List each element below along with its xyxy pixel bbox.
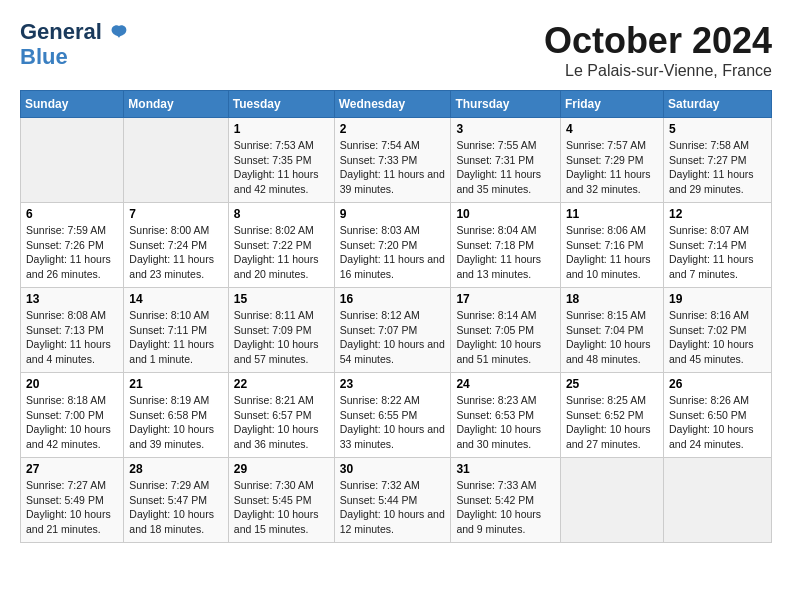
header-friday: Friday bbox=[560, 91, 663, 118]
day-info: Sunrise: 8:04 AM Sunset: 7:18 PM Dayligh… bbox=[456, 223, 555, 282]
day-number: 17 bbox=[456, 292, 555, 306]
calendar-cell: 5Sunrise: 7:58 AM Sunset: 7:27 PM Daylig… bbox=[663, 118, 771, 203]
day-number: 5 bbox=[669, 122, 766, 136]
calendar-cell bbox=[124, 118, 228, 203]
day-number: 10 bbox=[456, 207, 555, 221]
day-info: Sunrise: 8:25 AM Sunset: 6:52 PM Dayligh… bbox=[566, 393, 658, 452]
calendar-cell: 7Sunrise: 8:00 AM Sunset: 7:24 PM Daylig… bbox=[124, 203, 228, 288]
week-row-3: 13Sunrise: 8:08 AM Sunset: 7:13 PM Dayli… bbox=[21, 288, 772, 373]
day-number: 2 bbox=[340, 122, 446, 136]
calendar-cell: 13Sunrise: 8:08 AM Sunset: 7:13 PM Dayli… bbox=[21, 288, 124, 373]
day-number: 28 bbox=[129, 462, 222, 476]
day-info: Sunrise: 7:54 AM Sunset: 7:33 PM Dayligh… bbox=[340, 138, 446, 197]
day-info: Sunrise: 7:58 AM Sunset: 7:27 PM Dayligh… bbox=[669, 138, 766, 197]
logo: General Blue bbox=[20, 20, 130, 70]
calendar-cell bbox=[663, 458, 771, 543]
day-number: 20 bbox=[26, 377, 118, 391]
calendar-cell: 9Sunrise: 8:03 AM Sunset: 7:20 PM Daylig… bbox=[334, 203, 451, 288]
week-row-1: 1Sunrise: 7:53 AM Sunset: 7:35 PM Daylig… bbox=[21, 118, 772, 203]
day-info: Sunrise: 7:33 AM Sunset: 5:42 PM Dayligh… bbox=[456, 478, 555, 537]
day-info: Sunrise: 7:59 AM Sunset: 7:26 PM Dayligh… bbox=[26, 223, 118, 282]
day-info: Sunrise: 7:57 AM Sunset: 7:29 PM Dayligh… bbox=[566, 138, 658, 197]
day-info: Sunrise: 8:12 AM Sunset: 7:07 PM Dayligh… bbox=[340, 308, 446, 367]
calendar-cell: 19Sunrise: 8:16 AM Sunset: 7:02 PM Dayli… bbox=[663, 288, 771, 373]
calendar-cell: 24Sunrise: 8:23 AM Sunset: 6:53 PM Dayli… bbox=[451, 373, 561, 458]
calendar-cell: 6Sunrise: 7:59 AM Sunset: 7:26 PM Daylig… bbox=[21, 203, 124, 288]
day-info: Sunrise: 8:00 AM Sunset: 7:24 PM Dayligh… bbox=[129, 223, 222, 282]
location: Le Palais-sur-Vienne, France bbox=[544, 62, 772, 80]
day-number: 1 bbox=[234, 122, 329, 136]
day-info: Sunrise: 8:07 AM Sunset: 7:14 PM Dayligh… bbox=[669, 223, 766, 282]
day-info: Sunrise: 8:08 AM Sunset: 7:13 PM Dayligh… bbox=[26, 308, 118, 367]
day-info: Sunrise: 8:26 AM Sunset: 6:50 PM Dayligh… bbox=[669, 393, 766, 452]
day-info: Sunrise: 8:19 AM Sunset: 6:58 PM Dayligh… bbox=[129, 393, 222, 452]
week-row-5: 27Sunrise: 7:27 AM Sunset: 5:49 PM Dayli… bbox=[21, 458, 772, 543]
day-number: 9 bbox=[340, 207, 446, 221]
header-tuesday: Tuesday bbox=[228, 91, 334, 118]
day-info: Sunrise: 8:06 AM Sunset: 7:16 PM Dayligh… bbox=[566, 223, 658, 282]
month-title: October 2024 bbox=[544, 20, 772, 62]
calendar-cell: 14Sunrise: 8:10 AM Sunset: 7:11 PM Dayli… bbox=[124, 288, 228, 373]
calendar-cell: 27Sunrise: 7:27 AM Sunset: 5:49 PM Dayli… bbox=[21, 458, 124, 543]
day-number: 4 bbox=[566, 122, 658, 136]
day-info: Sunrise: 8:14 AM Sunset: 7:05 PM Dayligh… bbox=[456, 308, 555, 367]
calendar-cell: 15Sunrise: 8:11 AM Sunset: 7:09 PM Dayli… bbox=[228, 288, 334, 373]
day-number: 24 bbox=[456, 377, 555, 391]
header-monday: Monday bbox=[124, 91, 228, 118]
day-info: Sunrise: 8:03 AM Sunset: 7:20 PM Dayligh… bbox=[340, 223, 446, 282]
calendar-cell: 22Sunrise: 8:21 AM Sunset: 6:57 PM Dayli… bbox=[228, 373, 334, 458]
calendar-cell: 26Sunrise: 8:26 AM Sunset: 6:50 PM Dayli… bbox=[663, 373, 771, 458]
day-info: Sunrise: 8:16 AM Sunset: 7:02 PM Dayligh… bbox=[669, 308, 766, 367]
day-number: 22 bbox=[234, 377, 329, 391]
day-number: 18 bbox=[566, 292, 658, 306]
calendar-cell: 29Sunrise: 7:30 AM Sunset: 5:45 PM Dayli… bbox=[228, 458, 334, 543]
day-info: Sunrise: 8:11 AM Sunset: 7:09 PM Dayligh… bbox=[234, 308, 329, 367]
calendar-cell: 10Sunrise: 8:04 AM Sunset: 7:18 PM Dayli… bbox=[451, 203, 561, 288]
calendar-cell: 28Sunrise: 7:29 AM Sunset: 5:47 PM Dayli… bbox=[124, 458, 228, 543]
day-info: Sunrise: 7:55 AM Sunset: 7:31 PM Dayligh… bbox=[456, 138, 555, 197]
calendar-cell bbox=[21, 118, 124, 203]
calendar-cell: 31Sunrise: 7:33 AM Sunset: 5:42 PM Dayli… bbox=[451, 458, 561, 543]
calendar-cell: 30Sunrise: 7:32 AM Sunset: 5:44 PM Dayli… bbox=[334, 458, 451, 543]
day-number: 16 bbox=[340, 292, 446, 306]
calendar-cell: 17Sunrise: 8:14 AM Sunset: 7:05 PM Dayli… bbox=[451, 288, 561, 373]
day-number: 23 bbox=[340, 377, 446, 391]
day-number: 3 bbox=[456, 122, 555, 136]
day-number: 27 bbox=[26, 462, 118, 476]
header-sunday: Sunday bbox=[21, 91, 124, 118]
calendar-body: 1Sunrise: 7:53 AM Sunset: 7:35 PM Daylig… bbox=[21, 118, 772, 543]
day-number: 6 bbox=[26, 207, 118, 221]
day-info: Sunrise: 8:15 AM Sunset: 7:04 PM Dayligh… bbox=[566, 308, 658, 367]
week-row-4: 20Sunrise: 8:18 AM Sunset: 7:00 PM Dayli… bbox=[21, 373, 772, 458]
day-info: Sunrise: 8:18 AM Sunset: 7:00 PM Dayligh… bbox=[26, 393, 118, 452]
day-number: 14 bbox=[129, 292, 222, 306]
day-number: 25 bbox=[566, 377, 658, 391]
day-number: 26 bbox=[669, 377, 766, 391]
day-info: Sunrise: 8:21 AM Sunset: 6:57 PM Dayligh… bbox=[234, 393, 329, 452]
day-info: Sunrise: 8:22 AM Sunset: 6:55 PM Dayligh… bbox=[340, 393, 446, 452]
day-info: Sunrise: 7:32 AM Sunset: 5:44 PM Dayligh… bbox=[340, 478, 446, 537]
day-number: 19 bbox=[669, 292, 766, 306]
calendar-cell: 11Sunrise: 8:06 AM Sunset: 7:16 PM Dayli… bbox=[560, 203, 663, 288]
day-number: 15 bbox=[234, 292, 329, 306]
header-saturday: Saturday bbox=[663, 91, 771, 118]
calendar-cell: 25Sunrise: 8:25 AM Sunset: 6:52 PM Dayli… bbox=[560, 373, 663, 458]
day-info: Sunrise: 8:02 AM Sunset: 7:22 PM Dayligh… bbox=[234, 223, 329, 282]
calendar-cell: 8Sunrise: 8:02 AM Sunset: 7:22 PM Daylig… bbox=[228, 203, 334, 288]
header-row: SundayMondayTuesdayWednesdayThursdayFrid… bbox=[21, 91, 772, 118]
calendar-cell: 21Sunrise: 8:19 AM Sunset: 6:58 PM Dayli… bbox=[124, 373, 228, 458]
calendar-cell: 23Sunrise: 8:22 AM Sunset: 6:55 PM Dayli… bbox=[334, 373, 451, 458]
header-wednesday: Wednesday bbox=[334, 91, 451, 118]
calendar-cell: 16Sunrise: 8:12 AM Sunset: 7:07 PM Dayli… bbox=[334, 288, 451, 373]
page-header: General Blue October 2024 Le Palais-sur-… bbox=[20, 20, 772, 80]
header-thursday: Thursday bbox=[451, 91, 561, 118]
day-info: Sunrise: 8:23 AM Sunset: 6:53 PM Dayligh… bbox=[456, 393, 555, 452]
calendar-cell: 20Sunrise: 8:18 AM Sunset: 7:00 PM Dayli… bbox=[21, 373, 124, 458]
logo-blue: Blue bbox=[20, 44, 68, 70]
title-block: October 2024 Le Palais-sur-Vienne, Franc… bbox=[544, 20, 772, 80]
day-number: 12 bbox=[669, 207, 766, 221]
day-number: 29 bbox=[234, 462, 329, 476]
calendar-cell: 12Sunrise: 8:07 AM Sunset: 7:14 PM Dayli… bbox=[663, 203, 771, 288]
calendar-cell: 3Sunrise: 7:55 AM Sunset: 7:31 PM Daylig… bbox=[451, 118, 561, 203]
day-info: Sunrise: 7:27 AM Sunset: 5:49 PM Dayligh… bbox=[26, 478, 118, 537]
